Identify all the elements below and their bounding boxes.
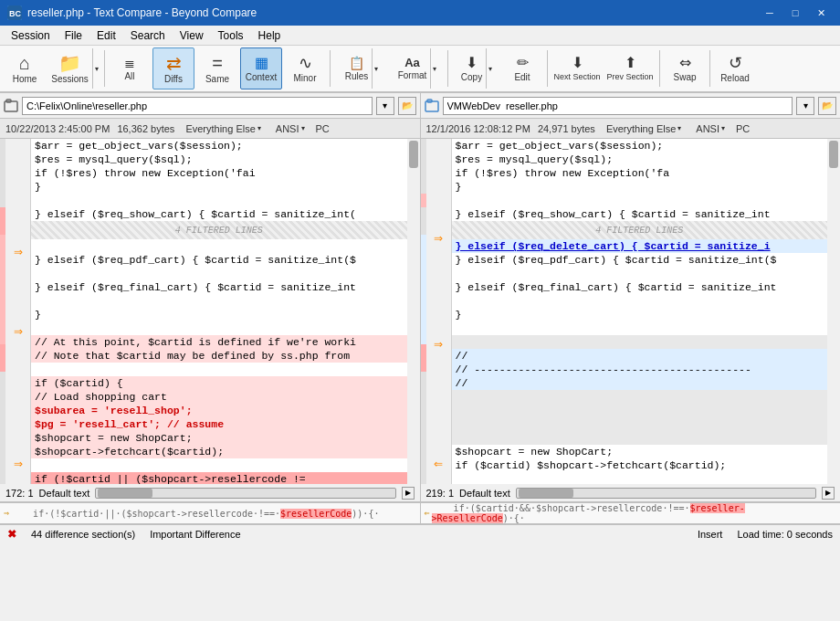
next-section-button[interactable]: ⬇ Next Section [551, 47, 603, 89]
same-button[interactable]: = Same [196, 47, 238, 89]
code-line: } elseif ($req_pdf_cart) { $cartid = san… [31, 253, 407, 267]
swap-button[interactable]: ⇔ Swap [664, 47, 706, 89]
sessions-button[interactable]: 📁 Sessions ▾ [47, 47, 100, 89]
code-line [452, 472, 828, 484]
separator-2 [330, 50, 331, 87]
right-path-input[interactable] [443, 97, 793, 115]
diffs-button[interactable]: ⇄ Diffs [152, 47, 194, 89]
left-hscrollbar[interactable] [95, 488, 395, 499]
menu-tools[interactable]: Tools [211, 27, 251, 44]
all-icon: ≣ [124, 57, 135, 69]
reload-label: Reload [720, 73, 750, 83]
next-section-icon: ⬇ [572, 56, 583, 70]
minor-icon: ∿ [299, 55, 312, 71]
all-button[interactable]: ≣ All [109, 47, 151, 89]
minor-button[interactable]: ∿ Minor [284, 47, 326, 89]
left-filter-dropdown[interactable]: Everything Else ▾ [182, 121, 264, 136]
right-scrollbar[interactable] [827, 139, 840, 484]
gutter-line [426, 218, 451, 232]
left-path-dropdown[interactable]: ▾ [376, 97, 394, 115]
load-time: Load time: 0 seconds [737, 529, 833, 540]
left-date: 10/22/2013 2:45:00 PM [5, 123, 110, 134]
left-code-panel[interactable]: ⇒ ⇒ ⇒ $arr = get_o [0, 139, 421, 484]
code-line [452, 390, 828, 404]
right-code-panel[interactable]: ⇒ ⇒ ⇐ $arr [421, 139, 841, 484]
sessions-main[interactable]: 📁 Sessions [47, 52, 92, 86]
format-button[interactable]: Aa Format ▾ [389, 47, 444, 89]
right-infobar: 12/1/2016 12:08:12 PM 24,971 bytes Every… [421, 119, 841, 138]
gutter-line [426, 245, 451, 258]
menu-search[interactable]: Search [123, 27, 173, 44]
code-line [31, 194, 407, 207]
code-line [452, 267, 828, 280]
right-filter-dropdown[interactable]: Everything Else ▾ [603, 121, 685, 136]
gutter-line [5, 165, 30, 179]
right-scroll-right[interactable]: ▶ [822, 487, 835, 500]
gutter-line [5, 405, 30, 418]
context-button[interactable]: ▦ Context [240, 47, 282, 89]
right-path-dropdown[interactable]: ▾ [796, 97, 814, 115]
position-bars: 172: 1 Default text ▶ 219: 1 Default tex… [0, 484, 840, 502]
close-button[interactable]: ✕ [809, 4, 833, 22]
left-code-content[interactable]: $arr = get_object_vars($session); $res =… [31, 139, 407, 484]
gutter-line [426, 165, 451, 179]
code-line: // [452, 376, 828, 390]
code-line: } [452, 308, 828, 321]
right-filter-arrow: ▾ [677, 124, 681, 132]
gutter-line [5, 338, 30, 352]
code-line [31, 458, 407, 472]
gutter-line [5, 298, 30, 311]
menu-view[interactable]: View [173, 27, 211, 44]
right-hscroll-thumb [519, 489, 573, 498]
left-scroll-right[interactable]: ▶ [402, 487, 415, 500]
reload-button[interactable]: ↺ Reload [714, 47, 756, 89]
edit-button[interactable]: ✏ Edit [501, 47, 543, 89]
right-path-open[interactable]: 📂 [818, 97, 836, 115]
titlebar: BC reseller.php - Text Compare - Beyond … [0, 0, 840, 26]
gutter-line [426, 139, 451, 153]
gutter-line: ⇐ [426, 458, 451, 471]
code-line [31, 239, 407, 253]
code-line: } elseif ($req_pdf_cart) { $cartid = san… [452, 253, 828, 267]
rules-dropdown-arrow[interactable]: ▾ [372, 48, 380, 89]
toolbar: ⌂ Home 📁 Sessions ▾ ≣ All ⇄ Diffs = Same… [0, 46, 840, 93]
code-line [452, 431, 828, 445]
menu-help[interactable]: Help [251, 27, 289, 44]
left-line-ending: PC [316, 123, 330, 134]
gutter-line [426, 417, 451, 431]
left-hscroll-thumb [98, 489, 152, 498]
rules-button[interactable]: 📋 Rules ▾ [334, 47, 387, 89]
separator-6 [709, 50, 710, 87]
left-mini-arrow: ⇒ [4, 508, 9, 519]
code-line [452, 335, 828, 349]
gutter-line [426, 205, 451, 219]
right-hscrollbar[interactable] [516, 488, 816, 499]
format-dropdown-arrow[interactable]: ▾ [430, 48, 438, 89]
right-encoding: ANSI [696, 123, 719, 134]
menu-edit[interactable]: Edit [89, 27, 123, 44]
copy-button[interactable]: ⬇ Copy ▾ [452, 47, 499, 89]
left-path-open[interactable]: 📂 [398, 97, 416, 115]
copy-dropdown-arrow[interactable]: ▾ [486, 48, 494, 89]
next-section-label: Next Section [553, 72, 600, 81]
right-mini-highlight: $reseller->ResellerCode [432, 503, 745, 523]
left-encoding-arrow: ▾ [301, 124, 305, 132]
minor-label: Minor [293, 73, 316, 83]
left-path-input[interactable] [22, 97, 373, 115]
left-scrollbar[interactable] [407, 139, 420, 484]
gutter-line [426, 391, 451, 405]
left-encoding-dropdown[interactable]: ANSI ▾ [272, 121, 309, 136]
right-code-content[interactable]: $arr = get_object_vars($session); $res =… [452, 139, 828, 484]
home-button[interactable]: ⌂ Home [4, 47, 46, 89]
minimize-button[interactable]: ─ [758, 4, 782, 22]
prev-section-button[interactable]: ⬆ Prev Section [604, 47, 656, 89]
copy-icon: ⬇ [466, 56, 478, 70]
gutter-line [5, 179, 30, 193]
right-encoding-dropdown[interactable]: ANSI ▾ [692, 121, 729, 136]
menu-session[interactable]: Session [4, 27, 58, 44]
maximize-button[interactable]: □ [783, 4, 807, 22]
gutter-line [5, 285, 30, 299]
sessions-dropdown-arrow[interactable]: ▾ [92, 48, 100, 89]
right-arrow-2: ⇒ [434, 338, 443, 351]
menu-file[interactable]: File [58, 27, 89, 44]
